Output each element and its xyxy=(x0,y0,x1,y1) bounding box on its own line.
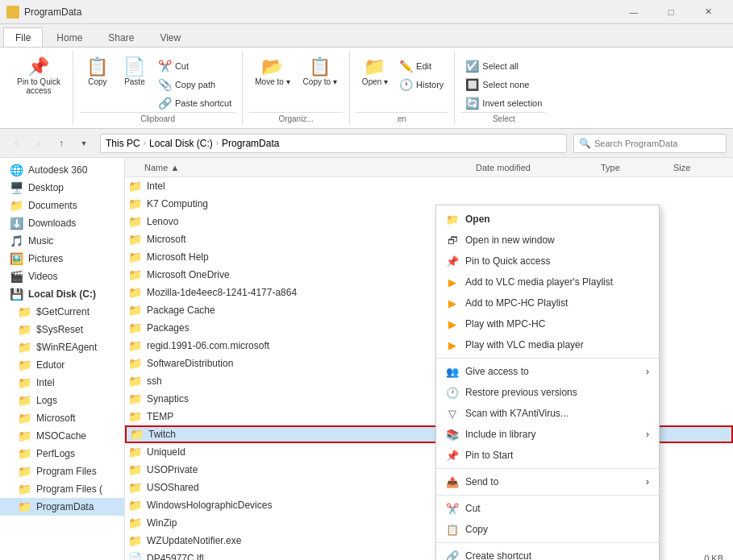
sidebar-item-autodesk[interactable]: 🌐 Autodesk 360 xyxy=(0,161,124,179)
close-button[interactable]: ✕ xyxy=(689,0,727,24)
ctx-add-vlc-playlist[interactable]: ▶Add to VLC media player's Playlist xyxy=(436,272,659,292)
col-size[interactable]: Size xyxy=(673,163,730,172)
sidebar-item-downloads[interactable]: ⬇️ Downloads xyxy=(0,214,124,232)
sidebar-label-intel: Intel xyxy=(36,377,55,388)
sidebar-item-programdata[interactable]: 📁 ProgramData xyxy=(0,498,124,516)
sidebar-label-desktop: Desktop xyxy=(28,182,64,193)
ctx-restore-versions[interactable]: 🕐Restore previous versions xyxy=(436,382,659,403)
pin-quick-access-button[interactable]: 📌 Pin to Quickaccess xyxy=(11,54,66,99)
ctx-scan-k7[interactable]: ▽Scan with K7AntiVirus... xyxy=(436,403,659,424)
select-all-button[interactable]: ☑️ Select all xyxy=(461,57,546,75)
sidebar-item-getcurrent[interactable]: 📁 $GetCurrent xyxy=(0,303,124,321)
ctx-sendto-icon: 📤 xyxy=(446,475,459,488)
search-box[interactable]: 🔍 xyxy=(573,134,727,153)
sidebar-item-sysreset[interactable]: 📁 $SysReset xyxy=(0,321,124,338)
sidebar-item-localdisk[interactable]: 💾 Local Disk (C:) xyxy=(0,285,124,303)
col-type[interactable]: Type xyxy=(601,163,673,172)
nav-bar: ‹ › ↑ ▼ This PC › Local Disk (C:) › Prog… xyxy=(0,129,733,158)
col-name[interactable]: Name ▲ xyxy=(128,163,476,172)
file-name-text: Microsoft Help xyxy=(147,251,209,263)
cut-button[interactable]: ✂️ Cut xyxy=(154,57,235,75)
sidebar-item-logs[interactable]: 📁 Logs xyxy=(0,392,124,409)
ctx-copy[interactable]: 📋Copy xyxy=(436,519,659,540)
search-input[interactable] xyxy=(594,139,721,148)
sidebar-item-perflogs[interactable]: 📁 PerfLogs xyxy=(0,445,124,463)
sidebar-item-msocache[interactable]: 📁 MSOCache xyxy=(0,427,124,445)
breadcrumb[interactable]: This PC › Local Disk (C:) › ProgramData xyxy=(100,134,567,153)
history-button[interactable]: 🕐 History xyxy=(395,76,448,93)
sidebar-item-programfiles[interactable]: 📁 Program Files xyxy=(0,463,124,480)
table-row[interactable]: 📁Intel xyxy=(125,177,733,195)
ctx-open[interactable]: 📁Open xyxy=(436,209,659,230)
paste-shortcut-icon: 🔗 xyxy=(158,97,172,110)
back-button[interactable]: ‹ xyxy=(6,134,26,153)
sidebar-item-desktop[interactable]: 🖥️ Desktop xyxy=(0,179,124,197)
edit-button[interactable]: ✏️ Edit xyxy=(395,57,448,75)
breadcrumb-sep1: › xyxy=(144,139,146,147)
sidebar-item-videos[interactable]: 🎬 Videos xyxy=(0,268,124,285)
tab-file[interactable]: File xyxy=(3,27,43,47)
sidebar-item-programfilesx86[interactable]: 📁 Program Files ( xyxy=(0,480,124,498)
breadcrumb-pc[interactable]: This PC xyxy=(106,138,140,149)
file-list: Name ▲ Date modified Type Size 📁Intel 📁K… xyxy=(125,158,733,560)
invert-selection-button[interactable]: 🔄 Invert selection xyxy=(461,94,546,112)
open-button[interactable]: 📁 Open ▾ xyxy=(356,54,394,90)
sidebar-item-music[interactable]: 🎵 Music xyxy=(0,232,124,250)
sidebar-item-intel[interactable]: 📁 Intel xyxy=(0,374,124,392)
minimize-button[interactable]: — xyxy=(615,0,652,24)
file-name-text: Intel xyxy=(147,180,165,192)
ctx-add-mpc-playlist[interactable]: ▶Add to MPC-HC Playlist xyxy=(436,292,659,313)
ctx-give-access[interactable]: 👥Give access to › xyxy=(436,361,659,382)
sidebar-item-winreagent[interactable]: 📁 $WinREAgent xyxy=(0,338,124,356)
file-name-text: Packages xyxy=(147,322,189,334)
ctx-open-icon: 📁 xyxy=(446,213,459,226)
sidebar: 🌐 Autodesk 360 🖥️ Desktop 📁 Documents ⬇️… xyxy=(0,158,125,560)
copy-to-button[interactable]: 📋 Copy to ▾ xyxy=(298,54,343,90)
breadcrumb-disk[interactable]: Local Disk (C:) xyxy=(149,138,213,149)
breadcrumb-folder[interactable]: ProgramData xyxy=(222,138,279,149)
ctx-pin-quick-access[interactable]: 📌Pin to Quick access xyxy=(436,251,659,272)
sidebar-item-documents[interactable]: 📁 Documents xyxy=(0,197,124,214)
ctx-include-library[interactable]: 📚Include in library › xyxy=(436,424,659,445)
ctx-cut[interactable]: ✂️Cut xyxy=(436,498,659,519)
select-none-button[interactable]: 🔲 Select none xyxy=(461,76,546,93)
paste-icon: 📄 xyxy=(123,58,145,76)
sidebar-item-microsoft[interactable]: 📁 Microsoft xyxy=(0,409,124,427)
ctx-pin-start[interactable]: 📌Pin to Start xyxy=(436,445,659,466)
folder-icon: 📁 xyxy=(128,233,142,246)
ctx-library-icon: 📚 xyxy=(446,428,459,441)
file-name-text: SoftwareDistribution xyxy=(147,358,233,369)
copy-button[interactable]: 📋 Copy xyxy=(80,54,115,90)
ctx-play-mpc[interactable]: ▶Play with MPC-HC xyxy=(436,313,659,334)
col-date[interactable]: Date modified xyxy=(476,163,601,172)
folder-icon: 📁 xyxy=(128,375,142,388)
ctx-open-new-window[interactable]: 🗗Open in new window xyxy=(436,230,659,251)
sidebar-item-edutor[interactable]: 📁 Edutor xyxy=(0,356,124,374)
tab-share[interactable]: Share xyxy=(96,27,146,47)
move-to-button[interactable]: 📂 Move to ▾ xyxy=(249,54,295,90)
paste-shortcut-button[interactable]: 🔗 Paste shortcut xyxy=(154,94,235,112)
sidebar-item-pictures[interactable]: 🖼️ Pictures xyxy=(0,250,124,268)
maximize-button[interactable]: □ xyxy=(652,0,689,24)
select-none-icon: 🔲 xyxy=(465,78,479,91)
ctx-send-to[interactable]: 📤Send to › xyxy=(436,471,659,492)
ctx-shortcut-label: Create shortcut xyxy=(465,550,531,560)
title-bar-left: ProgramData xyxy=(6,6,81,19)
paste-button[interactable]: 📄 Paste xyxy=(117,54,152,90)
ctx-sep2 xyxy=(436,468,659,469)
tab-home[interactable]: Home xyxy=(44,27,94,47)
ctx-play-vlc-label: Play with VLC media player xyxy=(465,339,584,351)
clipboard-items: 📋 Copy 📄 Paste ✂️ Cut 📎 Copy path xyxy=(80,51,235,112)
sidebar-label-sysreset: $SysReset xyxy=(36,324,83,335)
recent-button[interactable]: ▼ xyxy=(74,134,94,153)
up-button[interactable]: ↑ xyxy=(52,134,71,153)
tab-view[interactable]: View xyxy=(148,27,193,47)
organize-items: 📂 Move to ▾ 📋 Copy to ▾ xyxy=(249,51,343,112)
ctx-create-shortcut[interactable]: 🔗Create shortcut xyxy=(436,545,659,560)
forward-button[interactable]: › xyxy=(29,134,48,153)
ctx-play-vlc[interactable]: ▶Play with VLC media player xyxy=(436,334,659,355)
ctx-shortcut-icon: 🔗 xyxy=(446,550,459,560)
file-name-text: DP45977C.lfl xyxy=(147,553,204,560)
move-label: Move to ▾ xyxy=(255,77,289,86)
copy-path-button[interactable]: 📎 Copy path xyxy=(154,76,235,93)
